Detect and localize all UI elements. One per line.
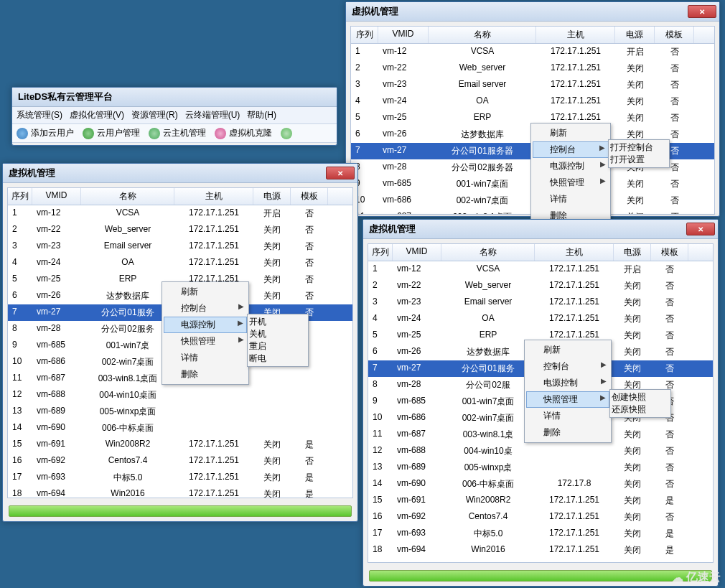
vm-title-2: 虚拟机管理 xyxy=(6,167,326,179)
mi-snapshot[interactable]: 快照管理▶ xyxy=(533,174,609,191)
tb-user-mgmt[interactable]: 云用户管理 xyxy=(83,127,140,139)
table-header: 序列 VMID 名称 主机 电源 模板 xyxy=(351,27,714,44)
host-icon xyxy=(149,128,160,139)
tb-host-mgmt[interactable]: 云主机管理 xyxy=(149,127,206,139)
table-row[interactable]: 3vm-23Email server172.17.1.251关闭否 xyxy=(368,294,713,311)
mi-snapshot[interactable]: 快照管理▶ xyxy=(526,391,609,408)
admin-menubar[interactable]: 系统管理(S) 虚拟化管理(V) 资源管理(R) 云终端管理(U) 帮助(H) xyxy=(12,107,337,124)
table-row[interactable]: 13vm-689005-winxp桌关闭否 xyxy=(368,459,713,476)
clone-icon xyxy=(215,128,226,139)
table-row[interactable]: 18vm-694Win2016172.17.1.251关闭是 xyxy=(8,486,352,498)
user-add-icon xyxy=(17,128,28,139)
close-button[interactable]: ✕ xyxy=(326,167,355,179)
table-row[interactable]: 4vm-24OA172.17.1.251关闭否 xyxy=(351,93,714,110)
table-row[interactable]: 16vm-692Centos7.4172.17.1.251关闭否 xyxy=(8,453,352,470)
menu-virtualization[interactable]: 虚拟化管理(V) xyxy=(70,109,124,121)
table-row[interactable]: 13vm-689005-winxp桌面 xyxy=(8,403,352,420)
mi-create-snapshot[interactable]: 创建快照 xyxy=(612,391,669,403)
table-row[interactable]: 14vm-690006-中标桌面172.17.8关闭否 xyxy=(368,476,713,493)
mi-refresh[interactable]: 刷新 xyxy=(164,284,247,300)
mi-detail[interactable]: 详情 xyxy=(533,191,609,207)
user-mgmt-icon xyxy=(83,128,94,139)
tb-vm-clone[interactable]: 虚拟机克隆 xyxy=(215,127,272,139)
admin-title: LiteDS私有云管理平台 xyxy=(15,90,334,103)
table-row[interactable]: 2vm-22Web_server172.17.1.251关闭否 xyxy=(8,222,352,238)
vm-title-3: 虚拟机管理 xyxy=(366,223,686,235)
mi-open-console[interactable]: 打开控制台 xyxy=(610,141,668,154)
table-row[interactable]: 1vm-12VCSA172.17.1.251开启否 xyxy=(351,44,714,60)
close-button[interactable]: ✕ xyxy=(688,5,716,18)
table-row[interactable]: 2vm-22Web_server172.17.1.251关闭否 xyxy=(351,60,714,77)
mi-force-off[interactable]: 断电 xyxy=(249,353,307,365)
mi-power[interactable]: 电源控制▶ xyxy=(526,375,609,391)
table-row[interactable]: 3vm-23Email server172.17.1.251关闭否 xyxy=(351,77,714,93)
table-row[interactable]: 1vm-12VCSA172.17.1.251开启否 xyxy=(368,261,713,278)
mi-delete[interactable]: 删除 xyxy=(164,366,247,383)
table-header: 序列 VMID 名称 主机 电源 模板 xyxy=(368,244,713,261)
table-row[interactable]: 15vm-691Win2008R2172.17.1.251关闭是 xyxy=(368,493,713,509)
mi-delete[interactable]: 删除 xyxy=(526,424,609,441)
table-row[interactable]: 2vm-22Web_server172.17.1.251关闭否 xyxy=(368,278,713,294)
menu-terminal[interactable]: 云终端管理(U) xyxy=(185,109,240,121)
mi-power[interactable]: 电源控制▶ xyxy=(164,317,247,333)
mi-refresh[interactable]: 刷新 xyxy=(533,125,609,141)
mi-power[interactable]: 电源控制▶ xyxy=(533,158,609,174)
table-row[interactable]: 16vm-692Centos7.4172.17.1.251关闭否 xyxy=(368,509,713,526)
progress-bar xyxy=(9,505,352,517)
table-row[interactable]: 17vm-693中标5.0172.17.1.251关闭是 xyxy=(8,470,352,486)
vm-title-1: 虚拟机管理 xyxy=(349,5,688,18)
mi-detail[interactable]: 详情 xyxy=(164,350,247,366)
mi-refresh[interactable]: 刷新 xyxy=(526,342,609,358)
mi-open-settings[interactable]: 打开设置 xyxy=(610,154,668,166)
cloud-icon: ☁ xyxy=(672,571,683,584)
menu-help[interactable]: 帮助(H) xyxy=(247,109,276,121)
table-row[interactable]: 12vm-688004-win10桌关闭否 xyxy=(368,443,713,459)
table-row[interactable]: 19vm-695云桌面win7172.17.1.251关闭是 xyxy=(368,559,713,563)
mi-power-on[interactable]: 开机 xyxy=(249,316,307,328)
mi-console[interactable]: 控制台▶ xyxy=(526,358,609,375)
submenu-snapshot[interactable]: 创建快照 还原快照 xyxy=(609,389,671,418)
tb-add-user[interactable]: 添加云用户 xyxy=(17,127,74,139)
table-row[interactable]: 4vm-24OA172.17.1.251关闭否 xyxy=(368,311,713,327)
submenu-power[interactable]: 开机 关机 重启 断电 xyxy=(247,314,309,367)
mi-power-off[interactable]: 关机 xyxy=(249,328,307,340)
table-row[interactable]: 17vm-693中标5.0172.17.1.251关闭是 xyxy=(368,526,713,542)
mi-detail[interactable]: 详情 xyxy=(526,408,609,424)
table-row[interactable]: 4vm-24OA172.17.1.251关闭否 xyxy=(8,255,352,271)
submenu-console[interactable]: 打开控制台 打开设置 xyxy=(608,139,670,168)
table-header: 序列 VMID 名称 主机 电源 模板 xyxy=(8,188,352,205)
admin-titlebar[interactable]: LiteDS私有云管理平台 xyxy=(12,88,337,107)
context-menu-3[interactable]: 刷新 控制台▶ 电源控制▶ 快照管理▶ 详情 删除 xyxy=(524,340,612,443)
table-row[interactable]: 15vm-691Win2008R2172.17.1.251关闭是 xyxy=(8,437,352,453)
menu-system[interactable]: 系统管理(S) xyxy=(17,109,62,121)
mi-restart[interactable]: 重启 xyxy=(249,340,307,353)
mi-restore-snapshot[interactable]: 还原快照 xyxy=(612,403,669,416)
progress-bar xyxy=(369,570,712,582)
mi-console[interactable]: 控制台▶ xyxy=(164,300,247,317)
table-row[interactable]: 1vm-12VCSA172.17.1.251开启否 xyxy=(8,205,352,222)
table-row[interactable]: 14vm-690006-中标桌面 xyxy=(8,420,352,437)
extra-icon[interactable] xyxy=(281,128,292,139)
close-button[interactable]: ✕ xyxy=(686,223,715,235)
menu-resource[interactable]: 资源管理(R) xyxy=(131,109,178,121)
context-menu-2[interactable]: 刷新 控制台▶ 电源控制▶ 快照管理▶ 详情 删除 xyxy=(162,281,249,385)
table-row[interactable]: 18vm-694Win2016172.17.1.251关闭是 xyxy=(368,542,713,559)
context-menu-1[interactable]: 刷新 控制台▶ 电源控制▶ 快照管理▶ 详情 删除 xyxy=(530,123,611,226)
admin-toolbar: 添加云用户 云用户管理 云主机管理 虚拟机克隆 xyxy=(12,124,337,143)
mi-snapshot[interactable]: 快照管理▶ xyxy=(164,333,247,350)
table-row[interactable]: 12vm-688004-win10桌面 xyxy=(8,387,352,403)
watermark: ☁ 亿速云 xyxy=(672,570,721,585)
mi-console[interactable]: 控制台▶ xyxy=(533,141,609,158)
admin-window: LiteDS私有云管理平台 系统管理(S) 虚拟化管理(V) 资源管理(R) 云… xyxy=(11,87,337,146)
table-row[interactable]: 3vm-23Email server172.17.1.251关闭否 xyxy=(8,238,352,255)
